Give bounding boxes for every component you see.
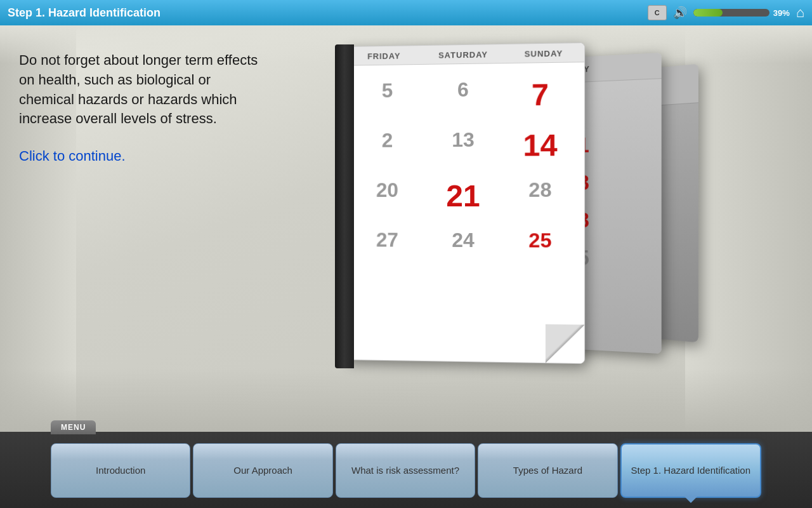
- header: Step 1. Hazard Identification C 🔊 39% ⌂: [0, 0, 812, 25]
- cal-cell-25: 25: [501, 221, 579, 260]
- calendar-page-front: FRIDAY SATURDAY SUNDAY 5 6 7 2 13 14 20 …: [344, 43, 586, 364]
- calendar-illustration: NDAY 4 11 18 25 22 NDAY 4 11 18: [317, 44, 698, 413]
- cal-cell-2: 2: [350, 121, 425, 171]
- cal-cell-27: 27: [350, 221, 425, 260]
- cal-cell-13: 13: [425, 120, 502, 171]
- cal-cell-28: 28: [501, 170, 579, 221]
- home-button[interactable]: ⌂: [796, 4, 804, 21]
- calendar-grid: 5 6 7 2 13 14 20 21 28 27 24 25: [345, 62, 585, 267]
- cal-cell-5: 5: [350, 71, 425, 122]
- page-title: Step 1. Hazard Identification: [8, 6, 648, 20]
- nav-tabs-container: Introduction Our Approach What is risk a…: [0, 438, 812, 503]
- continue-link[interactable]: Click to continue.: [19, 148, 126, 164]
- day-sunday: SUNDAY: [503, 48, 584, 59]
- progress-bar: [693, 9, 769, 17]
- day-friday: FRIDAY: [345, 51, 424, 62]
- tab-introduction[interactable]: Introduction: [51, 443, 190, 498]
- calendar-spine: [335, 44, 354, 368]
- main-content: Do not forget about longer term effects …: [0, 25, 812, 432]
- cal-cell-6: 6: [425, 70, 502, 121]
- cal-cell-20: 20: [350, 171, 425, 221]
- tab-risk-assessment[interactable]: What is risk assessment?: [336, 443, 475, 498]
- cal-cell-14: 14: [501, 119, 579, 170]
- day-saturday: SATURDAY: [423, 50, 503, 60]
- cc-button[interactable]: C: [648, 5, 667, 20]
- menu-label: MENU: [51, 420, 96, 434]
- progress-container: 39%: [693, 8, 790, 18]
- header-controls: C 🔊 39% ⌂: [648, 4, 804, 21]
- body-text: Do not forget about longer term effects …: [19, 51, 260, 129]
- text-content-area: Do not forget about longer term effects …: [19, 51, 260, 164]
- volume-button[interactable]: 🔊: [673, 6, 687, 20]
- calendar-stack: NDAY 4 11 18 25 22 NDAY 4 11 18: [317, 44, 698, 413]
- progress-label: 39%: [773, 8, 790, 18]
- progress-fill: [693, 9, 723, 17]
- tab-types-of-hazard[interactable]: Types of Hazard: [478, 443, 617, 498]
- tab-our-approach[interactable]: Our Approach: [193, 443, 332, 498]
- cal-cell-7: 7: [501, 69, 579, 120]
- cal-cell-21: 21: [425, 171, 502, 221]
- cal-cell-24: 24: [425, 221, 502, 260]
- tab-hazard-identification[interactable]: Step 1. Hazard Identification: [620, 443, 761, 498]
- bottom-navigation: MENU Introduction Our Approach What is r…: [0, 432, 812, 508]
